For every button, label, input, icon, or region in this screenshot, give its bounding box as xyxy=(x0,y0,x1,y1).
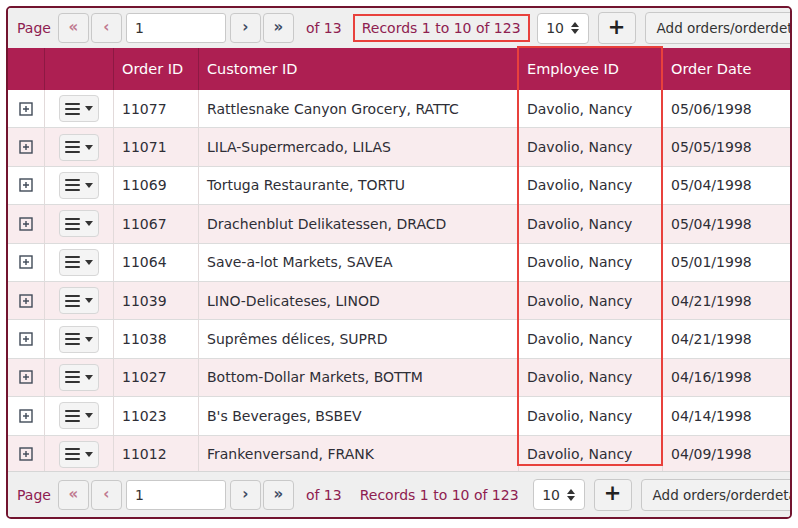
order-date-cell: 05/05/1998 xyxy=(663,128,790,165)
row-menu-button[interactable] xyxy=(59,364,99,391)
row-menu-button[interactable] xyxy=(59,95,99,122)
row-menu-button[interactable] xyxy=(59,441,99,468)
first-page-button[interactable]: « xyxy=(58,480,89,510)
employee-id-cell: Davolio, Nancy xyxy=(519,167,663,204)
page-number-input[interactable] xyxy=(126,480,226,510)
row-menu-button[interactable] xyxy=(59,210,99,237)
table-row: 11039 LINO-Delicateses, LINOD Davolio, N… xyxy=(8,282,790,320)
expand-cell xyxy=(8,436,45,471)
expand-plus-icon[interactable] xyxy=(19,178,33,192)
page-size-select[interactable]: 10 xyxy=(533,479,585,510)
order-id-cell: 11027 xyxy=(114,359,199,396)
expand-plus-icon[interactable] xyxy=(19,332,33,346)
caret-down-icon xyxy=(85,145,93,150)
employee-id-cell: Davolio, Nancy xyxy=(519,359,663,396)
table-row: 11067 Drachenblut Delikatessen, DRACD Da… xyxy=(8,205,790,243)
header-customer-id[interactable]: Customer ID xyxy=(199,48,519,90)
employee-id-cell: Davolio, Nancy xyxy=(519,244,663,281)
table-row: 11012 Frankenversand, FRANK Davolio, Nan… xyxy=(8,436,790,471)
next-page-button[interactable]: › xyxy=(230,480,261,510)
table-row: 11071 LILA-Supermercado, LILAS Davolio, … xyxy=(8,128,790,166)
expand-cell xyxy=(8,397,45,434)
row-menu-button[interactable] xyxy=(59,134,99,161)
hamburger-icon xyxy=(65,371,80,383)
customer-id-cell: Drachenblut Delikatessen, DRACD xyxy=(199,205,519,242)
plus-icon: + xyxy=(608,15,626,39)
customer-id-cell: Suprêmes délices, SUPRD xyxy=(199,320,519,357)
first-page-icon: « xyxy=(69,18,79,36)
total-pages-label: of 13 xyxy=(306,20,342,36)
add-orders-button[interactable]: Add orders/orderdetails xyxy=(641,479,792,511)
caret-down-icon xyxy=(85,413,93,418)
hamburger-icon xyxy=(65,410,80,422)
order-id-cell: 11064 xyxy=(114,244,199,281)
orders-grid-widget: Page « ‹ › » of 13 Records 1 to 10 of 12… xyxy=(6,6,792,519)
page-size-select[interactable]: 10 xyxy=(537,13,589,44)
expand-plus-icon[interactable] xyxy=(19,140,33,154)
expand-cell xyxy=(8,128,45,165)
order-date-cell: 04/21/1998 xyxy=(663,282,790,319)
last-page-button[interactable]: » xyxy=(263,480,294,510)
hamburger-icon xyxy=(65,218,80,230)
expand-plus-icon[interactable] xyxy=(19,255,33,269)
table-row: 11064 Save-a-lot Markets, SAVEA Davolio,… xyxy=(8,244,790,282)
header-expand-column xyxy=(8,48,45,90)
order-id-cell: 11038 xyxy=(114,320,199,357)
total-pages-label: of 13 xyxy=(306,487,342,503)
prev-page-button[interactable]: ‹ xyxy=(91,480,122,510)
expand-plus-icon[interactable] xyxy=(19,217,33,231)
expand-cell xyxy=(8,244,45,281)
expand-plus-icon[interactable] xyxy=(19,409,33,423)
row-menu-button[interactable] xyxy=(59,402,99,429)
menu-cell xyxy=(45,244,114,281)
next-page-button[interactable]: › xyxy=(230,13,261,43)
expand-plus-icon[interactable] xyxy=(19,370,33,384)
row-menu-button[interactable] xyxy=(59,326,99,353)
header-employee-id[interactable]: Employee ID xyxy=(519,48,663,90)
row-menu-button[interactable] xyxy=(59,249,99,276)
row-menu-button[interactable] xyxy=(59,172,99,199)
expand-cell xyxy=(8,359,45,396)
last-page-icon: » xyxy=(274,485,284,503)
table-row: 11023 B's Beverages, BSBEV Davolio, Nanc… xyxy=(8,397,790,435)
first-page-button[interactable]: « xyxy=(58,13,89,43)
expand-plus-icon[interactable] xyxy=(19,102,33,116)
prev-page-icon: ‹ xyxy=(103,18,109,36)
order-date-cell: 04/21/1998 xyxy=(663,320,790,357)
expand-plus-icon[interactable] xyxy=(19,447,33,461)
last-page-button[interactable]: » xyxy=(263,13,294,43)
customer-id-cell: Rattlesnake Canyon Grocery, RATTC xyxy=(199,90,519,127)
plus-icon: + xyxy=(604,481,622,505)
header-order-date[interactable]: Order Date xyxy=(663,48,790,90)
header-order-id[interactable]: Order ID xyxy=(114,48,199,90)
employee-id-cell: Davolio, Nancy xyxy=(519,397,663,434)
caret-down-icon xyxy=(85,337,93,342)
hamburger-icon xyxy=(65,448,80,460)
menu-cell xyxy=(45,205,114,242)
prev-page-button[interactable]: ‹ xyxy=(91,13,122,43)
page-label: Page xyxy=(17,20,51,36)
order-date-cell: 04/14/1998 xyxy=(663,397,790,434)
caret-down-icon xyxy=(85,260,93,265)
add-orders-button[interactable]: Add orders/orderdetails xyxy=(645,12,792,44)
menu-cell xyxy=(45,128,114,165)
expand-cell xyxy=(8,320,45,357)
hamburger-icon xyxy=(65,333,80,345)
top-pager: Page « ‹ › » of 13 Records 1 to 10 of 12… xyxy=(8,8,790,48)
add-row-button[interactable]: + xyxy=(594,479,632,511)
prev-page-icon: ‹ xyxy=(103,485,109,503)
hamburger-icon xyxy=(65,141,80,153)
page-label: Page xyxy=(17,487,51,503)
menu-cell xyxy=(45,282,114,319)
add-row-button[interactable]: + xyxy=(598,12,636,44)
caret-down-icon xyxy=(85,183,93,188)
order-id-cell: 11012 xyxy=(114,436,199,471)
expand-plus-icon[interactable] xyxy=(19,294,33,308)
header-menu-column xyxy=(45,48,114,90)
caret-down-icon xyxy=(85,298,93,303)
page-number-input[interactable] xyxy=(126,13,226,43)
hamburger-icon xyxy=(65,295,80,307)
employee-id-cell: Davolio, Nancy xyxy=(519,320,663,357)
order-date-cell: 05/06/1998 xyxy=(663,90,790,127)
row-menu-button[interactable] xyxy=(59,287,99,314)
